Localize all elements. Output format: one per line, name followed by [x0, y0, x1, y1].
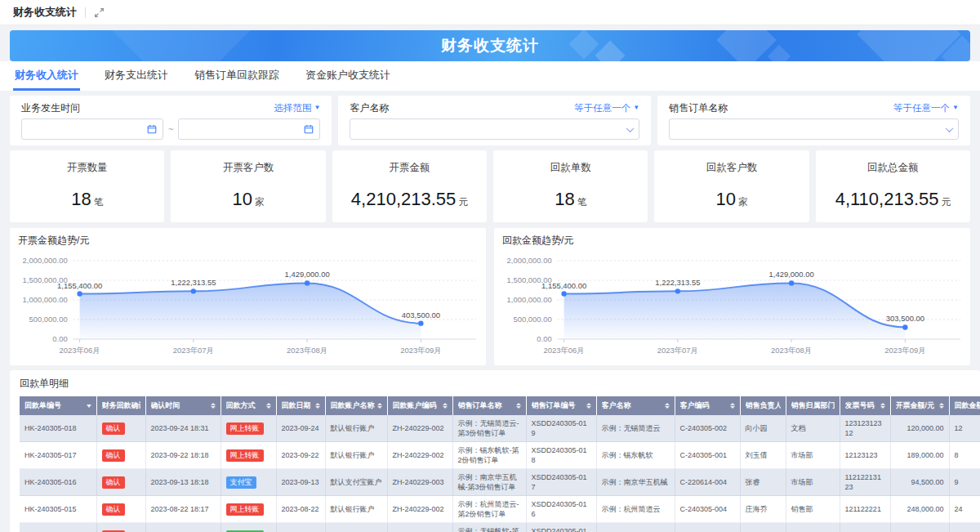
- column-header-15[interactable]: 回款金额/元: [949, 396, 980, 415]
- column-label: 回款方式: [226, 400, 256, 411]
- cell-pay_amt: 23: [949, 523, 980, 532]
- cell-customer: 示例：南京华五机械: [596, 469, 675, 496]
- column-header-4[interactable]: 回款日期: [276, 396, 325, 415]
- column-label: 回款账户编码: [393, 400, 437, 411]
- stat-value: 18笔: [493, 189, 648, 210]
- sort-icon[interactable]: [939, 403, 944, 409]
- column-header-14[interactable]: 开票金额/元: [890, 396, 949, 415]
- cell-inv_amt: 189,000.00: [890, 442, 949, 469]
- column-header-1[interactable]: 财务回款确认: [96, 396, 145, 415]
- payment-method-badge: 支付宝: [226, 476, 256, 489]
- page-title: 财务收支统计: [13, 5, 77, 20]
- cell-order_code: XSDD240305-019: [526, 415, 596, 442]
- confirm-button[interactable]: 确认: [102, 449, 125, 462]
- filter-label: 客户名称: [350, 101, 389, 115]
- column-header-0[interactable]: 回款单编号: [20, 396, 96, 415]
- sort-icon[interactable]: [377, 403, 382, 409]
- sort-icon[interactable]: [315, 403, 320, 409]
- start-date-input[interactable]: [21, 118, 163, 140]
- start-date-value[interactable]: [28, 123, 147, 135]
- payment-method-badge: 网上转账: [226, 449, 264, 462]
- cell-acct_code: ZH-240229-002: [387, 415, 452, 442]
- sort-icon[interactable]: [516, 403, 521, 409]
- column-label: 发票号码: [845, 400, 875, 411]
- cell-invoice_no: 121122221: [840, 496, 890, 523]
- svg-text:2023年06月: 2023年06月: [543, 346, 584, 355]
- stat-value: 10家: [171, 189, 325, 210]
- svg-text:2023年08月: 2023年08月: [287, 346, 327, 355]
- customer-select[interactable]: [350, 118, 639, 140]
- end-date-value[interactable]: [185, 123, 304, 135]
- confirm-button[interactable]: 确认: [102, 503, 125, 516]
- cell-confirm: 确认: [96, 415, 145, 442]
- column-header-3[interactable]: 回款方式: [220, 396, 276, 415]
- end-date-input[interactable]: [178, 118, 320, 140]
- chart-title: 回款金额趋势/元: [502, 234, 965, 248]
- tab-2[interactable]: 销售订单回款跟踪: [193, 61, 281, 91]
- svg-text:2,000,000.00: 2,000,000.00: [23, 256, 68, 265]
- stat-value: 18笔: [10, 189, 164, 210]
- sort-icon[interactable]: [211, 403, 216, 409]
- tab-3[interactable]: 资金账户收支统计: [304, 61, 392, 91]
- tab-0[interactable]: 财务收入统计: [13, 61, 80, 91]
- cell-time: 2023-08-22 18:17: [145, 496, 220, 523]
- cell-order_name: 示例：无锡帆软-第2份销售订单: [452, 523, 526, 532]
- stat-value: 10家: [654, 189, 808, 210]
- column-header-9[interactable]: 客户名称: [596, 396, 675, 415]
- cell-method: 支付宝: [220, 469, 276, 496]
- cell-person: 沈自强: [740, 523, 786, 532]
- fullscreen-expand-icon[interactable]: [94, 7, 105, 18]
- confirm-button[interactable]: 确认: [102, 422, 125, 435]
- sort-icon[interactable]: [443, 403, 448, 409]
- column-label: 财务回款确认: [102, 400, 140, 411]
- chevron-down-icon: ▼: [633, 105, 639, 111]
- confirm-button[interactable]: 确认: [102, 476, 125, 489]
- match-mode-dropdown[interactable]: 等于任意一个▼: [574, 102, 639, 114]
- cell-date: 2023-08-22: [276, 523, 325, 532]
- sort-icon[interactable]: [586, 403, 591, 409]
- svg-text:1,429,000.00: 1,429,000.00: [285, 270, 330, 279]
- cell-person: 张睿: [740, 469, 786, 496]
- stat-cards-row: 开票数量18笔开票客户数10家开票金额4,210,213.55元回款单数18笔回…: [10, 150, 970, 222]
- stat-number: 10: [716, 189, 736, 209]
- column-header-8[interactable]: 销售订单编号: [526, 396, 596, 415]
- cell-acct_code: ZH-240229-002: [387, 442, 452, 469]
- svg-text:1,155,400.00: 1,155,400.00: [541, 281, 586, 290]
- range-mode-dropdown[interactable]: 选择范围▼: [274, 102, 321, 114]
- stat-label: 回款总金额: [816, 161, 970, 175]
- tab-1[interactable]: 财务支出统计: [103, 61, 170, 91]
- table-scroll-area[interactable]: 回款单编号财务回款确认确认时间回款方式回款日期回款账户名称回款账户编码销售订单名…: [20, 396, 980, 532]
- column-header-2[interactable]: 确认时间: [145, 396, 220, 415]
- column-header-5[interactable]: 回款账户名称: [325, 396, 387, 415]
- column-header-7[interactable]: 销售订单名称: [452, 396, 526, 415]
- column-header-11[interactable]: 销售负责人: [740, 396, 786, 415]
- order-select[interactable]: [669, 118, 959, 140]
- banner-title: 财务收支统计: [441, 35, 539, 56]
- column-header-12[interactable]: 销售归属部门: [786, 396, 840, 415]
- cell-customer: 示例：无锡简道云: [596, 415, 675, 442]
- sort-icon[interactable]: [266, 403, 271, 409]
- sort-icon[interactable]: [880, 403, 885, 409]
- filter-dropdown-icon[interactable]: [87, 405, 91, 408]
- match-mode-dropdown[interactable]: 等于任意一个▼: [893, 102, 959, 114]
- chart-panel-1: 回款金额趋势/元0.00500,000.001,000,000.001,500,…: [494, 228, 970, 365]
- sort-icon[interactable]: [665, 403, 670, 409]
- column-header-10[interactable]: 客户编码: [675, 396, 740, 415]
- cell-dept: 市场部: [786, 469, 840, 496]
- chevron-down-icon: ▼: [952, 105, 959, 111]
- svg-text:0.00: 0.00: [537, 334, 551, 343]
- order-select-value[interactable]: [675, 123, 947, 135]
- stat-value: 4,110,213.55元: [816, 189, 970, 210]
- column-header-13[interactable]: 发票号码: [840, 396, 890, 415]
- sort-icon[interactable]: [730, 403, 735, 409]
- table-row: HK-240305-015确认2023-08-22 18:17网上转账2023-…: [20, 496, 980, 523]
- svg-text:2023年09月: 2023年09月: [400, 346, 441, 355]
- filter-business-time: 业务发生时间 选择范围▼ ~: [10, 96, 332, 145]
- cell-invoice_no: 11212213123: [840, 469, 890, 496]
- column-header-6[interactable]: 回款账户编码: [387, 396, 452, 415]
- table-row: HK-240305-017确认2023-09-22 18:18网上转账2023-…: [20, 442, 980, 469]
- customer-select-value[interactable]: [356, 123, 627, 135]
- cell-id: HK-240305-015: [20, 496, 96, 523]
- calendar-icon: [304, 124, 314, 134]
- column-label: 客户名称: [602, 400, 631, 411]
